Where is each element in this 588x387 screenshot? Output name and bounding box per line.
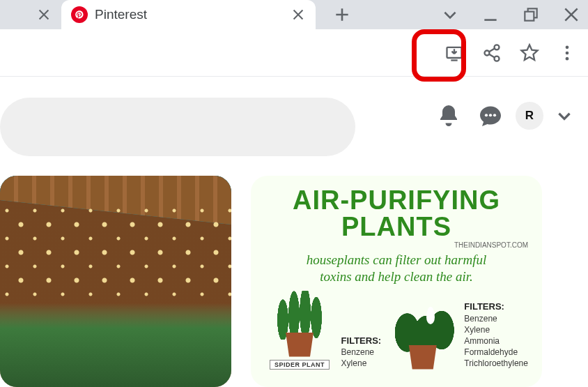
notifications-bell-icon[interactable] <box>432 99 465 132</box>
account-menu-chevron-icon[interactable] <box>552 103 577 128</box>
svg-point-10 <box>489 114 492 116</box>
share-icon[interactable] <box>478 39 506 67</box>
svg-point-8 <box>566 56 569 60</box>
search-input[interactable] <box>0 98 355 156</box>
plant-filters: FILTERS: Benzene Xylene <box>341 335 382 370</box>
plant-filters: FILTERS: Benzene Xylene Ammonia Formalde… <box>464 301 528 369</box>
pin-source: THEINDIANSPOT.COM <box>454 241 528 249</box>
svg-point-5 <box>495 56 500 61</box>
svg-point-4 <box>485 50 490 55</box>
pin-title: AIR-PURIFYING PLANTS <box>293 187 500 240</box>
active-tab[interactable]: Pinterest <box>61 0 316 29</box>
plant-image <box>388 303 458 370</box>
close-window-button[interactable] <box>555 0 588 29</box>
browser-tab-strip: Pinterest <box>0 0 588 29</box>
tabs-dropdown-button[interactable] <box>433 0 467 29</box>
pin-card[interactable] <box>0 176 231 387</box>
plant-image <box>265 291 334 357</box>
svg-point-9 <box>485 114 488 116</box>
new-tab-button[interactable] <box>325 0 359 29</box>
tab-strip-actions <box>316 0 588 29</box>
pins-feed: AIR-PURIFYING PLANTS THEINDIANSPOT.COM h… <box>0 176 570 387</box>
svg-point-6 <box>566 45 569 49</box>
browser-menu-icon[interactable] <box>553 39 581 67</box>
pinterest-favicon-icon <box>71 6 88 23</box>
tab-title: Pinterest <box>95 7 284 22</box>
close-tab-icon[interactable] <box>291 7 306 22</box>
svg-point-7 <box>566 51 569 54</box>
plant-name: SPIDER PLANT <box>270 360 330 370</box>
bookmark-star-icon[interactable] <box>516 39 543 67</box>
pin-subtitle: houseplants can filter out harmful toxin… <box>307 252 487 285</box>
profile-avatar[interactable]: R <box>516 102 543 130</box>
profile-initial: R <box>525 109 534 123</box>
svg-point-11 <box>493 114 496 116</box>
close-icon[interactable] <box>36 7 52 22</box>
svg-rect-1 <box>525 12 534 21</box>
restore-window-button[interactable] <box>514 0 548 29</box>
plants-row: SPIDER PLANT FILTERS: Benzene Xylene FIL… <box>265 291 528 370</box>
svg-point-3 <box>495 45 500 50</box>
install-app-icon[interactable] <box>440 39 468 67</box>
messages-icon[interactable] <box>474 99 507 132</box>
browser-toolbar <box>0 29 588 77</box>
previous-tab-edge[interactable] <box>0 0 61 29</box>
minimize-window-button[interactable] <box>474 0 507 29</box>
pin-card[interactable]: AIR-PURIFYING PLANTS THEINDIANSPOT.COM h… <box>251 176 542 387</box>
pin-image <box>0 176 231 387</box>
